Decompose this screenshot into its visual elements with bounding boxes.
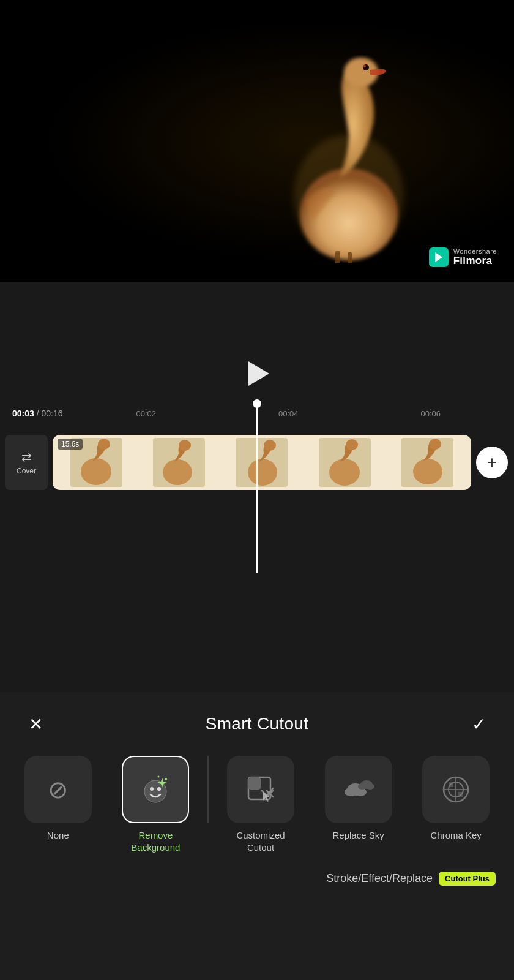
replace-sky-icon (342, 776, 375, 803)
svg-point-21 (413, 459, 442, 484)
svg-marker-7 (435, 252, 442, 262)
bottom-hint-row: Stroke/Effect/Replace Cutout Plus (0, 865, 514, 898)
svg-point-15 (248, 459, 277, 486)
smart-cutout-panel: ✕ Smart Cutout ✓ ⊘ None (0, 692, 514, 980)
svg-rect-40 (449, 782, 453, 787)
option-customized-cutout-box (227, 756, 294, 823)
svg-point-35 (366, 783, 374, 790)
panel-header: ✕ Smart Cutout ✓ (0, 692, 514, 750)
svg-point-10 (98, 439, 110, 450)
play-icon (248, 361, 269, 386)
cover-track-label: Cover (17, 467, 36, 475)
thumbnail-5 (401, 438, 453, 487)
thumbnail-3 (236, 438, 288, 487)
option-none-label: None (47, 829, 69, 842)
swan-image (269, 24, 428, 263)
option-customized-cutout-label: CustomizedCutout (236, 829, 285, 853)
chroma-key-icon (441, 774, 471, 805)
wondershare-label: Wondershare (453, 247, 497, 255)
panel-confirm-button[interactable]: ✓ (465, 710, 492, 737)
video-background (0, 0, 514, 282)
timeline-area: 00:03 / 00:16 00:02 00:04 00:06 ⇄ Cover … (0, 282, 514, 692)
thumbnail-4 (319, 438, 371, 487)
none-icon: ⊘ (48, 775, 69, 804)
option-remove-bg-box (122, 756, 189, 823)
option-replace-sky-box (325, 756, 392, 823)
video-track[interactable]: 15.6s (53, 435, 471, 490)
cover-track-icon: ⇄ (21, 450, 32, 464)
svg-point-18 (329, 459, 360, 486)
svg-rect-41 (458, 792, 463, 797)
thumbnail-2 (153, 438, 205, 487)
option-remove-background[interactable]: RemoveBackground (110, 756, 202, 853)
svg-point-3 (363, 64, 369, 70)
time-mark-1: 00:02 (136, 409, 157, 418)
svg-point-9 (81, 458, 111, 485)
time-mark-2: 00:04 (278, 409, 299, 418)
current-time: 00:03 (12, 409, 34, 418)
svg-point-22 (429, 439, 441, 450)
time-mark-3: 00:06 (420, 409, 441, 418)
cover-track[interactable]: ⇄ Cover (5, 435, 48, 490)
playhead-indicator (253, 399, 261, 408)
svg-point-25 (157, 787, 161, 791)
video-preview: Wondershare Filmora (0, 0, 514, 282)
svg-rect-29 (248, 777, 261, 790)
filmora-logo-icon (429, 247, 449, 267)
playhead-line (256, 402, 258, 573)
option-chroma-key-label: Chroma Key (430, 829, 481, 842)
close-icon: ✕ (29, 714, 43, 734)
svg-point-12 (163, 459, 192, 485)
filmora-watermark: Wondershare Filmora (423, 244, 503, 271)
svg-point-27 (158, 776, 160, 778)
filmora-label: Filmora (453, 255, 497, 267)
time-display: 00:03 / 00:16 (12, 409, 63, 418)
panel-title: Smart Cutout (206, 714, 309, 734)
svg-point-16 (264, 440, 276, 451)
remove-bg-icon (139, 773, 172, 806)
svg-point-4 (363, 65, 366, 67)
option-none-box: ⊘ (24, 756, 92, 823)
total-time: / 00:16 (37, 409, 63, 418)
svg-point-26 (165, 778, 167, 780)
svg-point-19 (346, 439, 358, 450)
svg-rect-6 (348, 252, 352, 263)
option-customized-cutout[interactable]: CustomizedCutout (215, 756, 307, 853)
play-button[interactable] (239, 355, 275, 392)
filmora-badge-text: Wondershare Filmora (453, 247, 497, 267)
option-none[interactable]: ⊘ None (12, 756, 104, 842)
hint-text: Stroke/Effect/Replace (326, 872, 433, 885)
track-duration: 15.6s (58, 439, 83, 450)
option-chroma-key-box (422, 756, 490, 823)
add-clip-button[interactable]: + (476, 447, 508, 478)
check-icon: ✓ (472, 714, 486, 734)
option-replace-sky[interactable]: Replace Sky (313, 756, 404, 842)
panel-close-button[interactable]: ✕ (22, 710, 49, 737)
option-chroma-key[interactable]: Chroma Key (410, 756, 502, 842)
track-thumbnails (53, 435, 471, 490)
customized-cutout-icon (245, 774, 277, 805)
time-marks: 00:02 00:04 00:06 (75, 409, 502, 418)
svg-rect-5 (335, 251, 340, 263)
add-icon: + (487, 453, 497, 472)
svg-point-24 (150, 787, 154, 791)
cutout-plus-badge: Cutout Plus (439, 872, 496, 886)
svg-point-34 (358, 783, 367, 790)
cutout-options-row: ⊘ None RemoveBackground (0, 750, 514, 865)
option-remove-bg-label: RemoveBackground (131, 829, 180, 853)
option-replace-sky-label: Replace Sky (332, 829, 384, 842)
option-divider (207, 756, 209, 823)
svg-point-13 (179, 440, 191, 451)
